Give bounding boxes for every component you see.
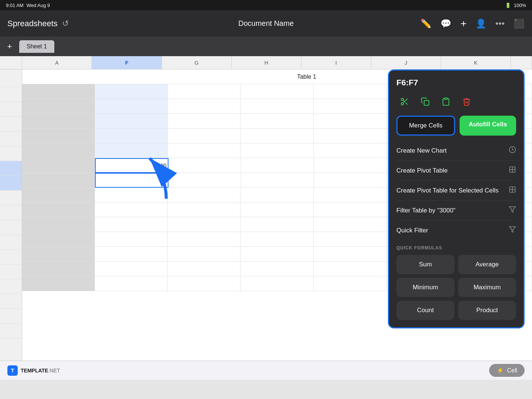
col-header-A[interactable]: A	[22, 56, 92, 69]
row-num-11[interactable]	[0, 235, 22, 250]
menu-item-filter[interactable]: Filter Table by "3000"	[396, 201, 516, 221]
cell-I7[interactable]	[314, 173, 387, 188]
paste-icon[interactable]	[438, 93, 454, 110]
menu-item-quick-filter[interactable]: Quick Filter	[396, 221, 516, 240]
cell-F8[interactable]	[95, 188, 168, 202]
cell-A2[interactable]	[22, 99, 95, 114]
cell-G5[interactable]	[168, 143, 241, 158]
cell-I11[interactable]	[314, 232, 386, 247]
history-icon[interactable]: ↺	[62, 19, 69, 28]
cell-I9[interactable]	[314, 202, 386, 217]
row-num-9[interactable]	[0, 205, 22, 220]
save-icon[interactable]: ⬛	[514, 18, 525, 29]
cell-A12[interactable]	[22, 247, 95, 262]
cell-F5[interactable]	[95, 143, 168, 158]
cell-F10[interactable]	[95, 217, 168, 232]
cell-I8[interactable]	[314, 188, 386, 202]
row-num-3[interactable]	[0, 117, 22, 132]
pencil-icon[interactable]: ✏️	[420, 18, 432, 29]
cell-G1[interactable]	[168, 84, 241, 99]
row-num-2[interactable]	[0, 102, 22, 117]
cell-A4[interactable]	[22, 129, 95, 143]
formula-sum[interactable]: Sum	[396, 255, 454, 274]
cell-H7[interactable]	[241, 173, 314, 188]
cell-G10[interactable]	[168, 217, 241, 232]
cell-G11[interactable]	[168, 232, 241, 247]
formula-maximum[interactable]: Maximum	[458, 278, 516, 297]
cell-G4[interactable]	[168, 129, 241, 143]
row-num-8[interactable]	[0, 191, 22, 205]
add-sheet-button[interactable]: +	[3, 40, 16, 53]
cell-button[interactable]: ⚡ Cell	[489, 364, 525, 377]
formula-product[interactable]: Product	[458, 301, 516, 320]
copy-icon[interactable]	[417, 93, 433, 110]
cell-G3[interactable]	[168, 114, 241, 129]
cell-A3[interactable]	[22, 114, 95, 129]
cell-H13[interactable]	[241, 262, 313, 276]
cell-A1[interactable]	[22, 84, 95, 99]
cell-G8[interactable]	[168, 188, 241, 202]
cell-G6[interactable]	[168, 158, 241, 173]
row-num-17[interactable]	[0, 324, 22, 338]
row-num-15[interactable]	[0, 294, 22, 309]
cell-A5[interactable]	[22, 143, 95, 158]
formula-average[interactable]: Average	[458, 255, 516, 274]
cell-F2[interactable]	[95, 99, 168, 114]
col-header-I[interactable]: I	[301, 56, 371, 69]
cell-I1[interactable]	[314, 84, 386, 99]
merge-cells-button[interactable]: Merge Cells	[396, 116, 455, 136]
cell-H9[interactable]	[241, 202, 313, 217]
col-header-G[interactable]: G	[162, 56, 232, 69]
cell-A11[interactable]	[22, 232, 95, 247]
cell-H12[interactable]	[241, 247, 313, 262]
cell-F11[interactable]	[95, 232, 168, 247]
cell-A7[interactable]	[22, 173, 95, 188]
row-num-1[interactable]	[0, 87, 22, 102]
cell-H1[interactable]	[241, 84, 313, 99]
formula-count[interactable]: Count	[396, 301, 454, 320]
menu-item-pivot-selected[interactable]: Create Pivot Table for Selected Cells	[396, 181, 516, 201]
col-header-K[interactable]: K	[441, 56, 511, 69]
cell-G12[interactable]	[168, 247, 241, 262]
row-num-12[interactable]	[0, 250, 22, 265]
cell-I13[interactable]	[314, 262, 386, 276]
row-num-10[interactable]	[0, 220, 22, 235]
cell-F12[interactable]	[95, 247, 168, 262]
cell-G13[interactable]	[168, 262, 241, 276]
cell-G7[interactable]	[168, 173, 241, 188]
cell-A8[interactable]	[22, 188, 95, 202]
cell-F1[interactable]	[95, 84, 168, 99]
scissors-icon[interactable]	[396, 93, 413, 110]
menu-item-new-chart[interactable]: Create New Chart	[396, 141, 516, 161]
cell-H10[interactable]	[241, 217, 313, 232]
cell-I3[interactable]	[314, 114, 386, 129]
comment-icon[interactable]: 💬	[440, 18, 451, 29]
cell-H14[interactable]	[241, 276, 313, 291]
cell-F7[interactable]	[95, 173, 169, 188]
col-header-J[interactable]: J	[371, 56, 441, 69]
cell-A14[interactable]	[22, 276, 95, 291]
row-num-6[interactable]	[0, 161, 22, 176]
cell-H6[interactable]	[241, 158, 314, 173]
row-num-14[interactable]	[0, 279, 22, 294]
row-num-5[interactable]	[0, 146, 22, 161]
cell-F6[interactable]: 3000	[95, 158, 169, 173]
cell-F9[interactable]	[95, 202, 168, 217]
cell-I4[interactable]	[314, 129, 386, 143]
collaborate-icon[interactable]: 👤	[475, 18, 487, 29]
cell-I5[interactable]	[314, 143, 386, 158]
col-header-F[interactable]: F	[92, 56, 162, 69]
row-num-7[interactable]	[0, 176, 22, 191]
row-num-4[interactable]	[0, 132, 22, 146]
cell-A13[interactable]	[22, 262, 95, 276]
cell-F4[interactable]	[95, 129, 168, 143]
cell-H8[interactable]	[241, 188, 313, 202]
cell-A6[interactable]	[22, 158, 95, 173]
add-icon[interactable]: +	[460, 18, 466, 30]
cell-F3[interactable]	[95, 114, 168, 129]
cell-A9[interactable]	[22, 202, 95, 217]
cell-H4[interactable]	[241, 129, 313, 143]
cell-I6[interactable]	[314, 158, 387, 173]
sheet-tab-1[interactable]: Sheet 1	[19, 40, 54, 53]
cell-H11[interactable]	[241, 232, 313, 247]
